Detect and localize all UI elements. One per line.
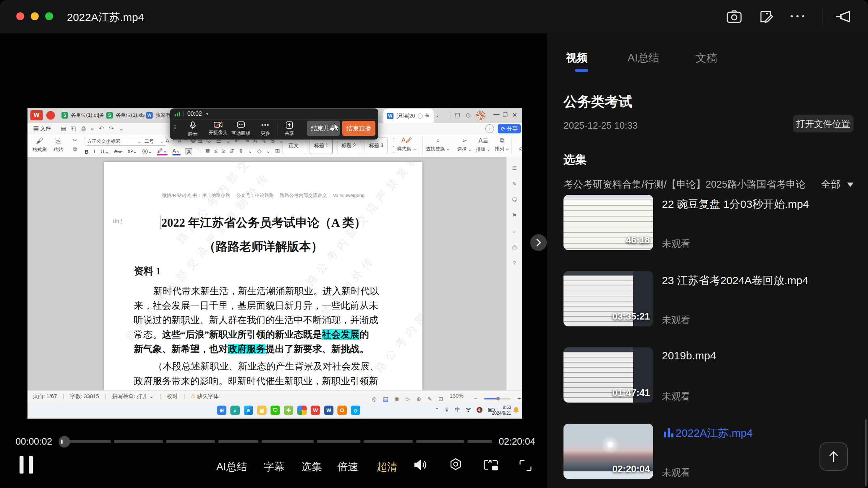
cloud-upload-icon[interactable]: ↑ (485, 124, 494, 133)
chapter-segment[interactable] (261, 440, 314, 443)
more-tools-button[interactable]: ••• 更多 (257, 121, 274, 137)
quick-toolbar-icons[interactable]: ▤⎗⎙⌕↶↷⌄ (61, 125, 129, 132)
document-page[interactable]: 路路公考内部交流严禁复制外传 路路公考内部交流严禁复制外传 路路公考内部交流严禁… (104, 162, 422, 390)
pin-sidebar-icon[interactable] (835, 9, 852, 24)
episodes-button[interactable]: 选集 (301, 460, 322, 474)
taskbar-tray[interactable]: ⌃ 🎙 中 🔇 (435, 406, 495, 413)
official-doc-mode-button[interactable]: ▤公文模式 (514, 137, 522, 153)
chapter-segment[interactable] (114, 440, 163, 443)
chapter-segment[interactable] (416, 440, 464, 443)
red-app-icon[interactable] (46, 111, 55, 120)
theme-icon[interactable]: ◎ (372, 396, 376, 402)
episode-thumbnail[interactable]: 03:35:21 (563, 271, 653, 326)
mute-button[interactable]: 静音 (184, 121, 202, 137)
episode-title[interactable]: 2022A江苏.mp4 (676, 426, 753, 441)
select-button[interactable]: ➢选择 ⌄ (457, 137, 472, 153)
more-options-button[interactable] (791, 15, 804, 17)
episode-title[interactable]: 2019b.mp4 (662, 350, 716, 362)
close-traffic-light[interactable] (16, 12, 24, 20)
tab-ai-summary[interactable]: AI总结 (627, 51, 659, 65)
playlist-item[interactable]: 03:35:21 23 江苏省考2024A卷回放.mp4 未观看 (547, 267, 868, 340)
playlist-item[interactable]: 01:47:41 2019b.mp4 未观看 (547, 344, 868, 416)
chapter-segment[interactable] (363, 440, 413, 443)
tab-video[interactable]: 视频 (566, 51, 588, 65)
playlist-item[interactable]: 46:18 22 豌豆复盘 1分03秒开始.mp4 未观看 (547, 191, 868, 264)
font-style-buttons[interactable]: BIU⌄A⌄X²⌄Ⓐ⌄ 🖉⌄A⌄ A (85, 147, 192, 155)
screenshot-button[interactable] (726, 9, 742, 24)
episodes-path[interactable]: 考公考研资料合集/行测/【申论】2025路小路国省考申论 (563, 178, 814, 191)
share-button[interactable]: ⟳ 分享 (498, 124, 521, 133)
skin-icon[interactable]: ⬡ (466, 112, 471, 119)
filter-all-dropdown[interactable]: 全部 (821, 178, 854, 191)
share-screen-button[interactable]: 共享 (281, 121, 297, 137)
proofread-button[interactable]: 校对 (167, 393, 178, 400)
chapter-segment[interactable] (317, 440, 361, 443)
style-heading2[interactable]: 标题 2 (337, 137, 360, 154)
paragraph-icons-bottom[interactable]: ≡≣≤≥⇵⇕⌄◇⌄⊞⌄ (197, 147, 293, 154)
tab-list-caret[interactable]: ⌄ (435, 112, 440, 118)
speed-button[interactable]: 倍速 (337, 460, 358, 474)
font-size-select[interactable]: 二号⌄ (142, 137, 166, 146)
file-menu[interactable]: ☰ 文件 (33, 125, 51, 132)
camera-on-button[interactable]: 开摄像头 (206, 121, 230, 136)
open-file-location-button[interactable]: 打开文件位置 (793, 115, 854, 132)
zoom-slider[interactable] (484, 398, 511, 399)
fullscreen-button[interactable] (519, 459, 532, 472)
wps-side-toolbar[interactable]: ☰✎🗨⚑⌕⎙? (506, 157, 522, 390)
layout-button[interactable]: A≣排版 ⌄ (476, 137, 491, 153)
episode-title[interactable]: 22 豌豆复盘 1分03秒开始.mp4 (662, 197, 809, 212)
chapter-segment[interactable] (65, 440, 111, 443)
paste-button[interactable]: ⎘粘贴 (54, 137, 63, 153)
new-tab-button[interactable]: + (425, 111, 429, 120)
integrate-mode-icon[interactable]: ❐ (455, 112, 460, 119)
cut-copy-icons[interactable]: ✂⧉ (73, 137, 77, 152)
quality-button[interactable]: 超清 (376, 460, 397, 474)
style-heading1[interactable]: 标题 1 (310, 137, 333, 154)
notes-edit-button[interactable] (759, 9, 775, 24)
episode-title[interactable]: 23 江苏省考2024A卷回放.mp4 (662, 273, 808, 288)
playhead-handle[interactable] (59, 436, 70, 448)
interaction-panel-button[interactable]: 互动面板 (230, 121, 252, 137)
wps-doc-tab-2[interactable]: S 各单位(1).xls (103, 110, 148, 121)
ink-icon[interactable]: ✎ (427, 396, 432, 402)
episode-thumbnail[interactable]: 02:20:04 (563, 424, 653, 479)
zoom-out-button[interactable]: − (474, 395, 478, 403)
scroll-to-top-button[interactable] (820, 442, 848, 471)
page-view-icon[interactable]: ▤ (383, 396, 388, 402)
spellcheck-status[interactable]: 拼写检查: 打开 ⌄ (112, 393, 154, 400)
settings-button[interactable] (448, 458, 463, 472)
drag-handle-icon[interactable]: ⡿ (173, 124, 177, 131)
close-window-icon[interactable]: ✕ (512, 111, 517, 119)
chapter-segment[interactable] (218, 440, 259, 443)
zoom-traffic-light[interactable] (45, 12, 53, 20)
find-replace-button[interactable]: ⌕查找替换 ⌄ (426, 137, 450, 152)
chapter-segment[interactable] (467, 440, 492, 443)
style-gallery-arrows[interactable]: ⌃⌄⌄ (392, 137, 395, 154)
missing-font-warning[interactable]: ⚠ 缺失字体 (191, 393, 219, 400)
taskbar-clock[interactable]: 8:532024/9/21 (492, 404, 511, 416)
zoom-in-button[interactable]: + (517, 395, 521, 403)
taskbar-app-icons[interactable]: ⊞ ⌕ e ▣ 🗨 ✚ ◦ W W O ◇ (217, 406, 360, 415)
collapse-sidebar-button[interactable] (530, 234, 547, 251)
tab-transcript[interactable]: 文稿 (695, 51, 717, 65)
episode-thumbnail[interactable]: 46:18 (563, 195, 653, 250)
account-avatar[interactable] (476, 111, 485, 120)
minimize-traffic-light[interactable] (31, 12, 39, 20)
episode-thumbnail[interactable]: 01:47:41 (563, 347, 653, 403)
play-view-icon[interactable]: ▷ (406, 396, 410, 402)
style-heading3[interactable]: 标题 3 (365, 137, 388, 154)
wps-logo-icon[interactable]: W (30, 110, 43, 120)
end-live-button[interactable]: 结束直播 (342, 121, 375, 136)
web-view-icon[interactable]: ⊕ (416, 396, 421, 402)
outline-view-icon[interactable]: ≣ (395, 396, 399, 402)
word-count[interactable]: 字数: 33815 (70, 393, 99, 400)
sidebar-scrollbar[interactable] (865, 419, 867, 486)
style-set-button[interactable]: A🖉样式集 ⌄ (397, 137, 417, 152)
ai-summary-button[interactable]: AI总结 (216, 460, 247, 474)
chapter-segment[interactable] (166, 440, 215, 443)
style-normal[interactable]: 正文 (282, 137, 305, 154)
progress-bar[interactable] (65, 440, 493, 443)
arrange-button[interactable]: ⧉排列 ⌄ (495, 137, 510, 152)
format-painter-button[interactable]: 🖌格式刷 (33, 137, 47, 153)
notification-bell-icon[interactable] (513, 407, 519, 414)
